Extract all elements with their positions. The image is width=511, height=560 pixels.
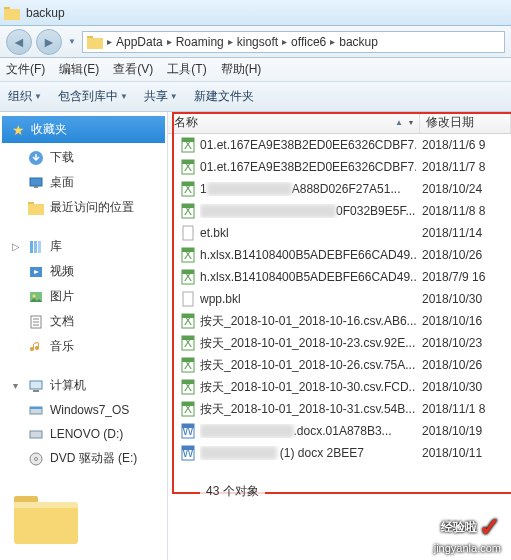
status-object-count: 43 个对象 [200,481,265,502]
svg-rect-23 [30,407,42,409]
file-name: h.xlsx.B14108400B5ADEBFE66CAD49... [200,270,416,284]
toolbar: 组织▼ 包含到库中▼ 共享▼ 新建文件夹 [0,82,511,112]
file-row[interactable]: X按天_2018-10-01_2018-10-16.csv.AB6...2018… [168,310,511,332]
file-row[interactable]: Xh.xlsx.B14108400B5ADEBFE66CAD49...2018/… [168,266,511,288]
file-row[interactable]: X01.et.167EA9E38B2ED0EE6326CDBF7...2018/… [168,156,511,178]
sidebar-item-label: 文档 [50,313,74,330]
drive-icon [28,402,44,418]
sidebar-documents[interactable]: 文档 [0,309,167,334]
document-icon [28,314,44,330]
chevron-right-icon[interactable]: ▸ [165,36,174,47]
file-date: 2018/10/26 [416,358,482,372]
svg-rect-70 [14,502,78,508]
svg-rect-24 [30,431,42,438]
file-name: ███████████.docx.01A878B3... [200,424,416,438]
sidebar-computer[interactable]: ▾ 计算机 [0,373,167,398]
menu-edit[interactable]: 编辑(E) [59,61,99,78]
sidebar-item-label: 音乐 [50,338,74,355]
breadcrumb-part[interactable]: Roaming [174,35,226,49]
sidebar-drive-c[interactable]: Windows7_OS [0,398,167,422]
sidebar-item-label: 桌面 [50,174,74,191]
menubar: 文件(F) 编辑(E) 查看(V) 工具(T) 帮助(H) [0,58,511,82]
desktop-icon [28,175,44,191]
watermark-url: jingyanla.com [434,542,501,554]
file-row[interactable]: et.bkl2018/11/14 [168,222,511,244]
toolbar-share[interactable]: 共享▼ [144,88,178,105]
file-date: 2018/10/16 [416,314,482,328]
folder-icon [4,6,20,20]
file-row[interactable]: wpp.bkl2018/10/30 [168,288,511,310]
svg-text:X: X [184,314,192,328]
breadcrumb-part[interactable]: kingsoft [235,35,280,49]
menu-help[interactable]: 帮助(H) [221,61,262,78]
svg-rect-6 [34,186,38,188]
watermark-brand: 经验啦 [441,521,477,534]
sidebar-music[interactable]: 音乐 [0,334,167,359]
breadcrumb[interactable]: ▸ AppData ▸ Roaming ▸ kingsoft ▸ office6… [82,31,505,53]
navbar: ◄ ► ▼ ▸ AppData ▸ Roaming ▸ kingsoft ▸ o… [0,26,511,58]
file-row[interactable]: X按天_2018-10-01_2018-10-31.csv.54B...2018… [168,398,511,420]
menu-file[interactable]: 文件(F) [6,61,45,78]
sidebar-item-label: Windows7_OS [50,403,129,417]
sidebar-drive-d[interactable]: LENOVO (D:) [0,422,167,446]
chevron-down-icon: ▼ [170,92,178,101]
breadcrumb-part[interactable]: backup [337,35,380,49]
chevron-right-icon[interactable]: ▸ [328,36,337,47]
dropdown-icon[interactable]: ▾ [409,118,413,127]
svg-text:W: W [182,424,194,438]
toolbar-include[interactable]: 包含到库中▼ [58,88,128,105]
file-row[interactable]: W███████████.docx.01A878B3...2018/10/19 [168,420,511,442]
star-icon: ★ [12,122,25,138]
nav-back-button[interactable]: ◄ [6,29,32,55]
file-name: 01.et.167EA9E38B2ED0EE6326CDBF7... [200,160,416,174]
file-row[interactable]: X按天_2018-10-01_2018-10-30.csv.FCD...2018… [168,376,511,398]
menu-tools[interactable]: 工具(T) [167,61,206,78]
menu-view[interactable]: 查看(V) [113,61,153,78]
file-row[interactable]: X按天_2018-10-01_2018-10-26.csv.75A...2018… [168,354,511,376]
sidebar-item-label: 下载 [50,149,74,166]
file-name: h.xlsx.B14108400B5ADEBFE66CAD49... [200,248,416,262]
sidebar-videos[interactable]: 视频 [0,259,167,284]
sidebar-desktop[interactable]: 桌面 [0,170,167,195]
file-row[interactable]: X01.et.167EA9E38B2ED0EE6326CDBF7...2018/… [168,134,511,156]
library-icon [28,239,44,255]
music-icon [28,339,44,355]
sidebar-drive-e[interactable]: DVD 驱动器 (E:) [0,446,167,471]
sidebar-downloads[interactable]: 下载 [0,145,167,170]
svg-text:X: X [184,270,192,284]
expand-icon[interactable]: ▷ [10,241,21,252]
sidebar-item-label: 库 [50,238,62,255]
file-date: 2018/11/1 8 [416,402,485,416]
file-name: 按天_2018-10-01_2018-10-16.csv.AB6... [200,313,416,330]
file-row[interactable]: X████████████████0F032B9E5F...2018/11/8 … [168,200,511,222]
breadcrumb-part[interactable]: AppData [114,35,165,49]
titlebar: backup [0,0,511,26]
nav-forward-button[interactable]: ► [36,29,62,55]
toolbar-newfolder[interactable]: 新建文件夹 [194,88,254,105]
file-row[interactable]: X1██████████A888D026F27A51...2018/10/24 [168,178,511,200]
sidebar-pictures[interactable]: 图片 [0,284,167,309]
column-headers: 名称 ▲ ▾ 修改日期 [168,112,511,134]
video-icon [28,264,44,280]
toolbar-organize[interactable]: 组织▼ [8,88,42,105]
file-row[interactable]: Xh.xlsx.B14108400B5ADEBFE66CAD49...2018/… [168,244,511,266]
file-date: 2018/7/9 16 [416,270,485,284]
nav-history-dropdown[interactable]: ▼ [66,37,78,46]
collapse-icon[interactable]: ▾ [10,380,21,391]
svg-text:X: X [184,380,192,394]
column-name[interactable]: 名称 ▲ ▾ [168,112,420,133]
download-icon [28,150,44,166]
file-row[interactable]: X按天_2018-10-01_2018-10-23.csv.92E...2018… [168,332,511,354]
chevron-right-icon[interactable]: ▸ [226,36,235,47]
sidebar-favorites-header[interactable]: ★ 收藏夹 [2,116,165,143]
file-date: 2018/10/30 [416,292,482,306]
chevron-right-icon[interactable]: ▸ [280,36,289,47]
chevron-right-icon[interactable]: ▸ [105,36,114,47]
file-row[interactable]: W█████████ (1) docx 2BEE72018/10/11 [168,442,511,464]
sidebar-recent[interactable]: 最近访问的位置 [0,195,167,220]
breadcrumb-part[interactable]: office6 [289,35,328,49]
folder-icon [28,200,44,216]
file-name: 按天_2018-10-01_2018-10-26.csv.75A... [200,357,416,374]
column-date[interactable]: 修改日期 [420,112,511,133]
sidebar-libraries[interactable]: ▷ 库 [0,234,167,259]
